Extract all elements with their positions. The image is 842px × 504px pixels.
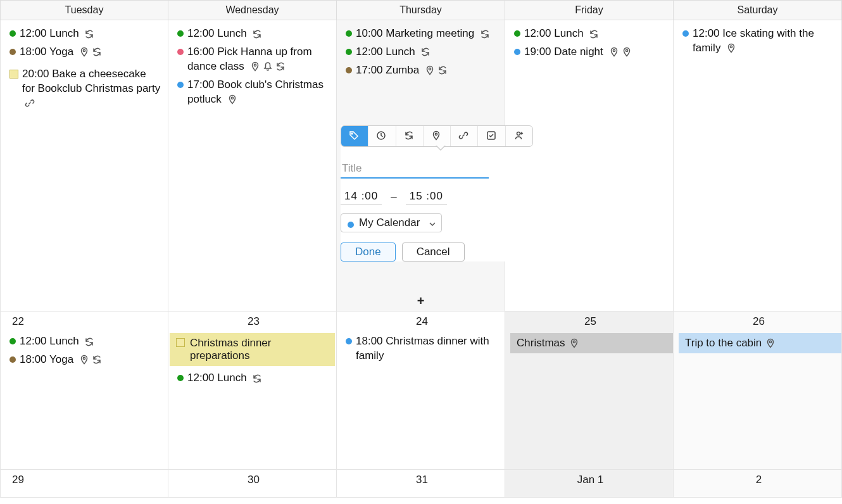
calendar-event[interactable]: 18:00 Yoga [9,351,161,370]
event-icons [252,29,262,39]
header-thursday: Thursday [337,0,505,20]
calendar-event[interactable]: 18:00 Christmas dinner with family [346,333,498,366]
repeat-icon [404,130,415,142]
start-time-input[interactable]: 14 :00 [341,189,382,205]
calendar-event[interactable]: 12:00 Lunch [9,333,161,351]
event-time-range: 14 :00 – 15 :00 [341,189,533,205]
calendar-event[interactable]: 12:00 Lunch [177,370,330,388]
day-cell-sat-2[interactable]: 26 Trip to the cabin [674,312,842,470]
cancel-button[interactable]: Cancel [402,243,465,261]
add-event-button[interactable]: + [417,294,425,308]
event-icons [84,337,94,347]
allday-event[interactable]: Christmas dinner preparations [170,333,335,366]
calendar-event[interactable]: 10:00 Marketing meeting [346,25,498,44]
day-number: 26 [682,315,835,328]
toolbar-tag-button[interactable] [341,126,368,146]
done-button[interactable]: Done [341,243,396,261]
calendar-event[interactable]: 12:00 Lunch [9,25,161,44]
toolbar-clock-button[interactable] [368,126,396,146]
event-time: 12:00 [187,27,217,39]
calendar-event[interactable]: 12:00 Lunch [346,44,498,62]
event-time: 18:00 [20,353,49,365]
task-checkbox-icon [176,338,185,347]
day-cell-wed-3[interactable]: 30 [168,470,337,498]
new-event-popover: 14 :00 – 15 :00 My Calendar Done Cancel [341,125,533,261]
event-time: 12:00 [20,335,49,347]
toolbar-check-button[interactable] [478,126,505,146]
event-time: 17:00 [187,79,217,91]
calendar-event[interactable]: 12:00 Lunch [177,25,330,44]
header-tuesday: Tuesday [0,0,168,20]
event-icons [589,29,599,39]
day-cell-wed-1[interactable]: 12:00 Lunch 16:00 Pick Hanna up from dan… [168,20,337,312]
calendar-event[interactable]: 17:00 Zumba [346,62,498,80]
event-title: Lunch [217,27,246,39]
day-cell-tue-1[interactable]: 12:00 Lunch 18:00 Yoga 20:00 Bake a chee… [0,20,168,312]
event-icons [420,47,430,57]
event-dot-icon [9,30,16,37]
day-cell-sat-3[interactable]: 2 [674,470,842,498]
day-number: 22 [9,315,161,328]
repeat-icon [437,65,448,75]
event-time: 12:00 [187,372,217,384]
day-number: 30 [177,474,330,486]
day-cell-sat-1[interactable]: 12:00 Ice skating with the family [674,20,842,312]
toolbar-location-button[interactable] [424,126,451,146]
popover-arrow [436,146,446,151]
calendar-event[interactable]: 16:00 Pick Hanna up from dance class [177,44,330,77]
event-dot-icon [346,338,352,344]
day-cell-tue-3[interactable]: 29 [0,470,168,498]
event-icons [79,47,102,57]
toolbar-invite-button[interactable] [506,126,532,146]
calendar-event[interactable]: 12:00 Lunch [514,25,667,44]
repeat-icon [252,29,262,39]
event-dot-icon [682,30,689,37]
calendar-select[interactable]: My Calendar [341,213,442,232]
event-title-input[interactable] [341,160,489,179]
location-icon [79,355,89,365]
location-icon [250,61,260,72]
link-icon [25,98,35,108]
repeat-icon [252,374,262,384]
event-title: Lunch [49,335,79,347]
event-time: 17:00 [356,64,386,76]
repeat-icon [84,29,94,39]
person-add-icon [513,130,525,142]
day-cell-fri-3[interactable]: Jan 1 [505,470,674,498]
day-cell-thu-3[interactable]: 31 [337,470,505,498]
calendar-event[interactable]: 19:00 Date night [514,44,667,62]
repeat-icon [589,29,599,39]
event-icons [609,47,632,57]
event-icons [252,374,262,384]
event-icons [79,355,102,365]
calendar-event[interactable]: 18:00 Yoga [9,44,161,62]
toolbar-repeat-button[interactable] [396,126,424,146]
day-number: Jan 1 [514,474,667,486]
week-row-2: 22 12:00 Lunch 18:00 Yoga 23 Christmas d… [0,312,842,470]
calendar-event[interactable]: 17:00 Book club's Christmas potluck [177,77,330,110]
event-title: Lunch [554,27,583,39]
day-cell-tue-2[interactable]: 22 12:00 Lunch 18:00 Yoga [0,312,168,470]
end-time-input[interactable]: 15 :00 [406,189,447,205]
event-dot-icon [177,49,184,55]
toolbar-link-button[interactable] [451,126,478,146]
day-number: 2 [682,474,835,486]
event-title: Yoga [49,353,73,365]
event-title: Lunch [386,46,415,58]
event-icons [250,61,286,72]
event-time: 19:00 [524,46,554,58]
event-dot-icon [514,30,520,37]
holiday-event[interactable]: Christmas [510,333,673,353]
task-event[interactable]: 20:00 Bake a cheesecake for Bookclub Chr… [9,66,161,113]
calendar-event[interactable]: 12:00 Ice skating with the family [682,25,835,58]
day-cell-thu-2[interactable]: 24 18:00 Christmas dinner with family [337,312,505,470]
event-time: 18:00 [356,335,386,347]
day-cell-fri-2[interactable]: 25 Christmas [505,312,674,470]
event-time: 12:00 [524,27,554,39]
day-cell-wed-2[interactable]: 23 Christmas dinner preparations 12:00 L… [168,312,337,470]
event-dot-icon [177,30,184,37]
event-title: Trip to the cabin [685,337,762,350]
allday-event[interactable]: Trip to the cabin [679,333,841,353]
day-cell-thu-1[interactable]: 10:00 Marketing meeting 12:00 Lunch 17:0… [337,20,505,312]
event-time: 18:00 [20,46,49,58]
